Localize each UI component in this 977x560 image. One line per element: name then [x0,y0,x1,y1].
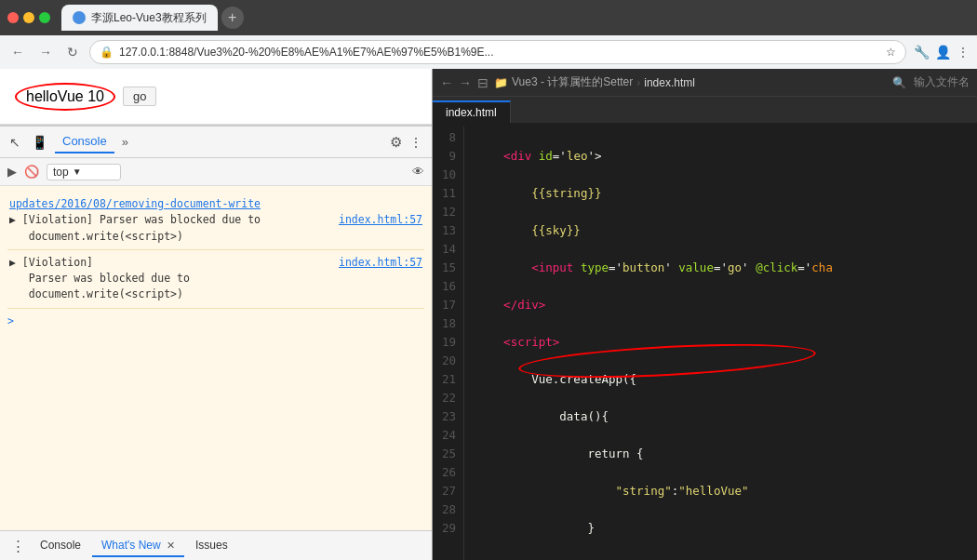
code-line-12: </div> [475,296,977,314]
console-messages-area: updates/2016/08/removing-document-write … [0,186,432,530]
profile-icon[interactable]: 👤 [935,45,951,60]
console-prompt-line: > [7,314,424,327]
forward-button[interactable]: → [35,43,56,61]
editor-forward-icon[interactable]: → [459,75,472,90]
file-tabs: index.html [433,97,977,123]
bottom-tab-close-icon[interactable]: ✕ [167,540,175,551]
eye-icon[interactable]: 👁 [412,165,424,179]
breadcrumb-separator: › [636,76,640,89]
settings-icon[interactable]: ⚙ [390,134,402,151]
editor-back-icon[interactable]: ← [440,75,453,90]
go-button[interactable]: go [123,87,156,106]
bottom-tab-issues[interactable]: Issues [186,535,237,557]
refresh-button[interactable]: ↻ [63,43,82,61]
ln-19: 19 [438,333,456,352]
code-area[interactable]: 8 9 10 11 12 13 14 15 16 17 18 19 20 21 … [433,123,977,560]
new-tab-button[interactable]: + [221,7,244,29]
bottom-tab-console-label: Console [40,539,81,552]
more-options-icon[interactable]: ⋮ [957,45,970,60]
more-tabs-button[interactable]: » [118,131,132,153]
bottom-tab-whatsnew[interactable]: What's New ✕ [92,535,184,557]
device-toolbar-icon[interactable]: 📱 [28,131,51,153]
ln-9: 9 [438,147,456,166]
devtools-tab-bar: ↖ 📱 Console » ⚙ ⋮ [0,127,432,158]
ln-8: 8 [438,128,456,147]
ln-28: 28 [438,500,456,519]
browser-chrome: 李源Leo-Vue3教程系列 + [0,0,977,35]
breadcrumb-file[interactable]: index.html [644,76,695,89]
code-editor-panel: ← → ⊟ 📁 Vue3 - 计算属性的Setter › index.html … [433,69,977,560]
violation-text-1: [Violation] [22,213,100,226]
bottom-menu-icon[interactable]: ⋮ [7,536,29,556]
console-message-2: ▶ [Violation] index.html:57 Parser was b… [7,250,424,309]
input-filename-label[interactable]: 输入文件名 [914,74,970,90]
file-tab-label: index.html [446,106,497,119]
file-tab-index[interactable]: index.html [433,100,511,123]
code-line-19: }, [475,556,977,560]
ln-26: 26 [438,463,456,482]
ln-21: 21 [438,370,456,389]
editor-split-icon[interactable]: ⊟ [477,75,488,90]
address-bar: ← → ↻ 🔒 127.0.0.1:8848/Vue3%20-%20%E8%AE… [0,35,977,69]
browser-tab-bar: 李源Leo-Vue3教程系列 + [61,5,970,31]
console-tab[interactable]: Console [55,130,114,153]
ln-22: 22 [438,389,456,407]
url-input[interactable]: 🔒 127.0.0.1:8848/Vue3%20-%20%E8%AE%A1%E7… [89,40,906,64]
code-line-16: return { [475,445,977,463]
console-toolbar: ▶ 🚫 top ▼ 👁 [0,158,432,186]
traffic-lights [7,12,50,23]
breadcrumb-project[interactable]: Vue3 - 计算属性的Setter [512,74,633,90]
ln-10: 10 [438,166,456,184]
code-wrapper: 8 9 10 11 12 13 14 15 16 17 18 19 20 21 … [433,123,977,560]
code-line-11: <input type='button' value='go' @click='… [475,259,977,277]
code-line-17: "string":"helloVue" [475,482,977,500]
code-line-8: <div id='leo'> [475,147,977,166]
ln-18: 18 [438,314,456,333]
code-content: <div id='leo'> {{string}} {{sky}} <input… [464,127,977,560]
devtools-more-icon[interactable]: ⋮ [406,135,426,150]
violation-triangle-2: ▶ [9,256,22,269]
ln-15: 15 [438,259,456,277]
ln-12: 12 [438,203,456,221]
close-button[interactable] [7,12,19,23]
ln-29: 29 [438,519,456,538]
ln-23: 23 [438,407,456,426]
extensions-icon[interactable]: 🔧 [914,45,930,60]
run-icon[interactable]: ▶ [7,165,17,179]
violation-file-2[interactable]: index.html:57 [339,255,422,271]
prompt-chevron-icon: > [7,314,14,327]
violation-text-2: [Violation] [22,256,93,269]
ln-11: 11 [438,184,456,203]
violation-body-2: Parser was blocked due to document.write… [9,272,190,300]
editor-top-bar: ← → ⊟ 📁 Vue3 - 计算属性的Setter › index.html … [433,69,977,97]
code-line-9: {{string}} [475,184,977,203]
devtools-panel: ↖ 📱 Console » ⚙ ⋮ ▶ 🚫 top ▼ 👁 up [0,125,432,560]
minimize-button[interactable] [23,12,34,23]
browser-left-panel: helloVue 10 go ↖ 📱 Console » ⚙ ⋮ ▶ 🚫 top… [0,69,433,560]
search-icon[interactable]: 🔍 [892,76,906,89]
code-line-15: data(){ [475,407,977,426]
code-line-14: Vue.createApp({ [475,370,977,389]
ln-13: 13 [438,221,456,240]
tab-favicon [73,11,86,24]
lock-icon: 🔒 [100,46,114,59]
elements-cursor-icon[interactable]: ↖ [6,131,24,153]
browser-toolbar: 🔧 👤 ⋮ [914,45,970,60]
breadcrumb: 📁 Vue3 - 计算属性的Setter › index.html [494,74,695,90]
bottom-tab-console[interactable]: Console [31,535,90,557]
filter-text: top [53,166,69,179]
bookmark-icon[interactable]: ☆ [886,46,896,59]
code-line-13: <script> [475,333,977,352]
clear-console-icon[interactable]: 🚫 [24,165,39,179]
ln-24: 24 [438,426,456,445]
maximize-button[interactable] [39,12,50,23]
back-button[interactable]: ← [7,43,28,61]
main-content: helloVue 10 go ↖ 📱 Console » ⚙ ⋮ ▶ 🚫 top… [0,69,977,560]
browser-tab[interactable]: 李源Leo-Vue3教程系列 [61,5,218,31]
ln-20: 20 [438,352,456,370]
bottom-tab-whatsnew-label: What's New [101,539,161,552]
violation-link-1[interactable]: updates/2016/08/removing-document-write [9,197,261,210]
violation-file-1[interactable]: index.html:57 [339,212,422,228]
ln-16: 16 [438,277,456,296]
console-filter-select[interactable]: top ▼ [47,164,121,180]
